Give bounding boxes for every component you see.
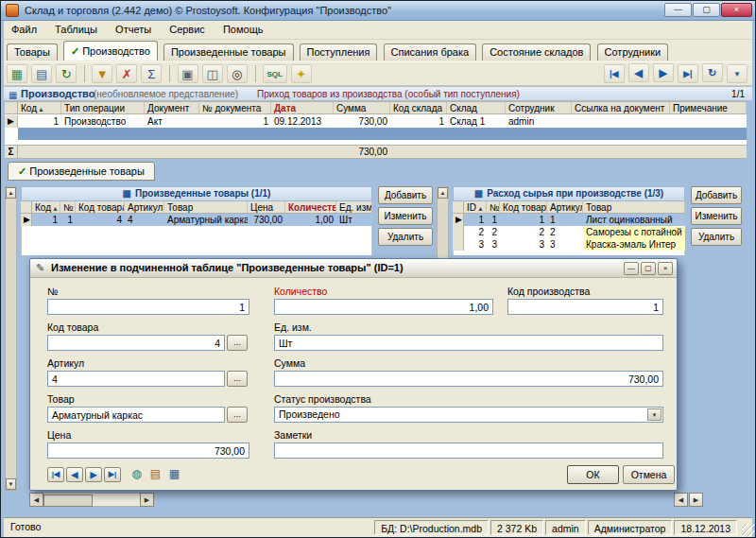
next-record-icon[interactable]: ▶ bbox=[85, 467, 102, 482]
table-row[interactable]: 3 3 3 3 Краска-эмаль Интер bbox=[453, 238, 685, 251]
field-notes[interactable] bbox=[274, 443, 663, 459]
sql-icon[interactable]: SQL bbox=[263, 64, 287, 83]
menu-item-reports[interactable]: Отчеты bbox=[108, 21, 159, 40]
minimize-button[interactable]: — bbox=[664, 3, 692, 17]
column-header-code[interactable]: Код▲ bbox=[32, 201, 60, 213]
dialog-maximize-button[interactable]: ▢ bbox=[641, 262, 656, 275]
column-header-warehouse-code[interactable]: Код склада bbox=[390, 102, 447, 113]
close-button[interactable]: × bbox=[721, 3, 752, 17]
column-header-price[interactable]: Цена bbox=[248, 201, 285, 213]
column-header-document-link[interactable]: Ссылка на документ bbox=[572, 102, 670, 113]
cancel-button[interactable]: Отмена bbox=[623, 465, 675, 484]
scroll-up-icon[interactable]: ▲ bbox=[6, 187, 16, 199]
dialog-close-button[interactable]: × bbox=[658, 262, 673, 275]
column-header-sum[interactable]: Сумма bbox=[334, 102, 390, 113]
menu-item-tables[interactable]: Таблицы bbox=[47, 21, 105, 40]
article-lookup-button[interactable]: ... bbox=[227, 371, 248, 387]
tab-stock-state[interactable]: Состояние складов bbox=[482, 43, 591, 61]
tab-production[interactable]: ✓Производство bbox=[63, 41, 158, 61]
column-header-document[interactable]: Документ bbox=[145, 102, 199, 113]
field-item[interactable] bbox=[47, 407, 225, 423]
column-header-unit[interactable]: Ед. изм. bbox=[336, 201, 372, 213]
menu-item-service[interactable]: Сервис bbox=[162, 21, 213, 40]
field-production-code[interactable] bbox=[507, 299, 663, 315]
column-header-id[interactable]: ID▲ bbox=[464, 201, 487, 213]
column-header-article[interactable]: Артикул bbox=[547, 201, 583, 213]
ok-button[interactable]: ОК bbox=[567, 465, 619, 484]
tab-writeoffs[interactable]: Списания брака bbox=[384, 43, 477, 61]
table-row[interactable]: ▶ 1 1 1 1 Лист оцинкованный bbox=[453, 214, 685, 226]
table-row[interactable]: ▶ 1 1 4 4 Арматурный каркас 730,00 1,00 … bbox=[21, 214, 372, 226]
column-header-quantity[interactable]: Количество bbox=[285, 201, 336, 213]
field-item-code[interactable] bbox=[47, 335, 225, 351]
maximize-button[interactable]: ▢ bbox=[693, 3, 720, 17]
scroll-up-icon[interactable]: ▲ bbox=[438, 187, 448, 199]
column-header-item-code[interactable]: Код товара bbox=[76, 201, 125, 213]
column-header-note[interactable]: Примечание bbox=[670, 102, 747, 113]
table-row[interactable]: ▶ 1 Производство Акт 1 09.12.2013 730,00… bbox=[5, 115, 747, 128]
scroll-down-icon[interactable]: ▼ bbox=[6, 478, 16, 490]
next-record-icon[interactable]: ▶ bbox=[653, 63, 674, 82]
materials-add-button[interactable]: Добавить bbox=[691, 186, 742, 204]
copy-icon[interactable]: ▤ bbox=[147, 467, 163, 482]
materials-edit-button[interactable]: Изменить bbox=[691, 207, 742, 225]
right-horizontal-scrollbar[interactable]: ◀ ▶ bbox=[674, 493, 704, 507]
first-record-icon[interactable]: |◀ bbox=[604, 64, 625, 83]
subtab-produced-goods[interactable]: ✓Произведенные товары bbox=[8, 162, 155, 181]
menu-item-help[interactable]: Помощь bbox=[215, 21, 271, 40]
section-subtitle-link[interactable]: Приход товаров из производства (особый т… bbox=[257, 87, 520, 101]
materials-delete-button[interactable]: Удалить bbox=[691, 228, 742, 246]
chevron-down-icon[interactable]: ▼ bbox=[647, 408, 662, 421]
scroll-left-icon[interactable]: ◀ bbox=[674, 493, 688, 507]
left-vertical-scrollbar[interactable]: ▲ ▼ bbox=[5, 186, 17, 491]
dialog-minimize-button[interactable]: — bbox=[624, 262, 639, 275]
item-lookup-button[interactable]: ... bbox=[227, 407, 248, 423]
prev-record-icon[interactable]: ◀ bbox=[628, 63, 649, 82]
tab-goods[interactable]: Товары bbox=[7, 43, 58, 61]
tab-produced-goods[interactable]: Произведенные товары bbox=[163, 43, 294, 61]
scroll-right-icon[interactable]: ▶ bbox=[689, 493, 703, 507]
export-table-icon[interactable]: ▤ bbox=[31, 64, 52, 83]
selected-row-highlight[interactable] bbox=[18, 128, 747, 140]
tab-employees[interactable]: Сотрудники bbox=[597, 43, 669, 61]
field-quantity[interactable] bbox=[274, 299, 493, 315]
view-mode-icon[interactable]: ▦ bbox=[7, 64, 27, 83]
sum-icon[interactable]: Σ bbox=[141, 64, 162, 83]
column-header-operation-type[interactable]: Тип операции bbox=[61, 102, 145, 113]
print-icon[interactable]: ▣ bbox=[178, 64, 198, 83]
first-record-icon[interactable]: |◀ bbox=[47, 467, 64, 482]
menu-item-file[interactable]: Файл bbox=[4, 21, 44, 40]
scroll-right-icon[interactable]: ▶ bbox=[140, 493, 154, 507]
filter-icon[interactable]: ▼ bbox=[92, 64, 112, 83]
column-header-item[interactable]: Товар bbox=[164, 201, 248, 213]
field-price[interactable] bbox=[47, 443, 249, 459]
field-status[interactable]: Произведено ▼ bbox=[274, 407, 663, 423]
column-header-warehouse[interactable]: Склад bbox=[447, 102, 506, 113]
column-header-num[interactable]: № bbox=[60, 201, 76, 213]
field-unit[interactable] bbox=[274, 335, 663, 351]
column-header-code[interactable]: Код▲ bbox=[18, 102, 61, 113]
column-header-article[interactable]: Артикул bbox=[125, 201, 164, 213]
field-sum[interactable] bbox=[274, 371, 663, 387]
produced-edit-button[interactable]: Изменить bbox=[378, 207, 433, 225]
field-num[interactable] bbox=[47, 299, 249, 315]
field-article[interactable] bbox=[47, 371, 225, 387]
column-header-item[interactable]: Товар bbox=[583, 201, 685, 213]
left-horizontal-scrollbar[interactable]: ◀ ▶ bbox=[29, 493, 154, 507]
title-bar[interactable]: Склад и торговля (2.442 демо) © Prostoys… bbox=[1, 1, 755, 21]
refresh-records-icon[interactable]: ↻ bbox=[702, 63, 723, 82]
search-icon[interactable]: ◎ bbox=[227, 64, 248, 83]
item-code-lookup-button[interactable]: ... bbox=[227, 335, 248, 351]
produced-delete-button[interactable]: Удалить bbox=[378, 228, 433, 246]
preview-icon[interactable]: ◫ bbox=[202, 64, 223, 83]
scroll-left-icon[interactable]: ◀ bbox=[29, 493, 43, 507]
image-icon[interactable]: ▦ bbox=[166, 467, 182, 482]
records-menu-icon[interactable]: ▼ bbox=[727, 64, 747, 83]
last-record-icon[interactable]: ▶| bbox=[678, 64, 698, 83]
column-header-date[interactable]: Дата bbox=[271, 102, 334, 113]
dialog-title-bar[interactable]: ✎ Изменение в подчиненной таблице "Произ… bbox=[30, 259, 677, 278]
key-icon[interactable]: ✦ bbox=[291, 64, 312, 83]
column-header-employee[interactable]: Сотрудник bbox=[506, 102, 572, 113]
column-header-num[interactable]: № bbox=[487, 201, 500, 213]
tab-receipts[interactable]: Поступления bbox=[300, 43, 378, 61]
